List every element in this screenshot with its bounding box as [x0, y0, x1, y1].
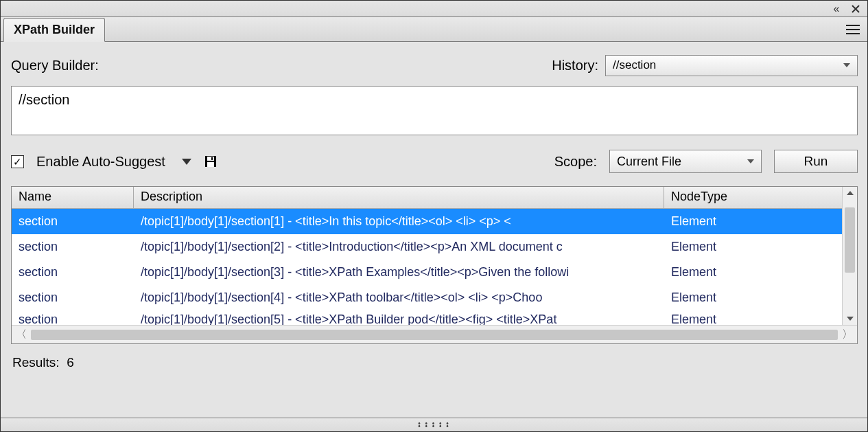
scroll-up-icon[interactable]: [847, 191, 854, 195]
column-header-description[interactable]: Description: [134, 187, 664, 208]
cell-description: /topic[1]/body[1]/section[2] - <title>In…: [134, 240, 664, 254]
cell-description: /topic[1]/body[1]/section[1] - <title>In…: [134, 214, 664, 229]
cell-name: section: [12, 265, 134, 280]
grip-icon: • • • • •• • • • •: [418, 422, 450, 428]
scope-selected-value: Current File: [617, 155, 681, 169]
results-header: Name Description NodeType: [12, 187, 857, 209]
scroll-right-icon[interactable]: 〉: [842, 328, 853, 342]
collapse-icon[interactable]: «: [830, 3, 843, 15]
run-button[interactable]: Run: [774, 150, 858, 173]
tab-xpath-builder[interactable]: XPath Builder: [3, 18, 105, 42]
cell-nodetype: Element: [664, 214, 857, 229]
window-titlebar: «: [1, 1, 867, 17]
autosuggest-menu-icon[interactable]: [182, 159, 191, 165]
scroll-left-icon[interactable]: 〈: [16, 328, 27, 342]
scrollbar-thumb[interactable]: [845, 207, 855, 273]
table-row[interactable]: section/topic[1]/body[1]/section[1] - <t…: [12, 209, 857, 234]
cell-description: /topic[1]/body[1]/section[3] - <title>XP…: [134, 265, 664, 280]
column-header-name[interactable]: Name: [12, 187, 134, 208]
query-input-value: //section: [19, 92, 69, 107]
table-row[interactable]: section/topic[1]/body[1]/section[3] - <t…: [12, 260, 857, 285]
cell-name: section: [12, 291, 134, 305]
scope-label: Scope:: [554, 154, 597, 170]
history-select[interactable]: //section: [605, 55, 858, 76]
column-header-nodetype[interactable]: NodeType: [664, 187, 857, 208]
resize-handle[interactable]: • • • • •• • • • •: [1, 418, 867, 431]
panel-menu-icon[interactable]: [845, 22, 860, 37]
cell-name: section: [12, 312, 134, 325]
xpath-builder-window: « XPath Builder Query Builder: History: …: [0, 0, 868, 432]
query-input[interactable]: //section: [11, 86, 858, 135]
close-icon[interactable]: [849, 3, 862, 15]
results-count: Results: 6: [11, 351, 858, 372]
history-label: History:: [552, 58, 598, 73]
scope-select[interactable]: Current File: [609, 150, 762, 173]
svg-rect-1: [207, 157, 214, 161]
horizontal-scrollbar[interactable]: 〈 〉: [12, 325, 857, 343]
query-builder-label: Query Builder:: [11, 58, 99, 73]
save-icon[interactable]: [204, 155, 218, 168]
scroll-down-icon[interactable]: [847, 317, 854, 321]
vertical-scrollbar[interactable]: [842, 187, 857, 325]
options-row: ✓ Enable Auto-Suggest Scope: Current Fil…: [11, 148, 858, 175]
cell-name: section: [12, 214, 134, 229]
autosuggest-checkbox[interactable]: ✓: [11, 155, 24, 168]
autosuggest-label: Enable Auto-Suggest: [36, 154, 165, 170]
results-table: Name Description NodeType section/topic[…: [11, 186, 858, 344]
results-body: section/topic[1]/body[1]/section[1] - <t…: [12, 209, 857, 325]
cell-name: section: [12, 240, 134, 254]
table-row[interactable]: section/topic[1]/body[1]/section[2] - <t…: [12, 234, 857, 260]
chevron-down-icon: [843, 63, 850, 67]
chevron-down-icon: [747, 159, 754, 163]
cell-nodetype: Element: [664, 265, 857, 280]
query-header-row: Query Builder: History: //section: [11, 52, 858, 79]
table-row[interactable]: section/topic[1]/body[1]/section[5] - <t…: [12, 310, 857, 325]
panel-body: Query Builder: History: //section //sect…: [1, 42, 867, 418]
table-row[interactable]: section/topic[1]/body[1]/section[4] - <t…: [12, 285, 857, 310]
history-selected-value: //section: [613, 58, 656, 72]
cell-description: /topic[1]/body[1]/section[5] - <title>XP…: [134, 312, 664, 325]
cell-nodetype: Element: [664, 240, 857, 254]
cell-description: /topic[1]/body[1]/section[4] - <title>XP…: [134, 291, 664, 305]
svg-rect-3: [211, 157, 213, 160]
tab-bar: XPath Builder: [1, 17, 867, 42]
scrollbar-thumb[interactable]: [31, 330, 838, 340]
cell-nodetype: Element: [664, 291, 857, 305]
cell-nodetype: Element: [664, 312, 857, 325]
svg-rect-2: [207, 162, 214, 167]
